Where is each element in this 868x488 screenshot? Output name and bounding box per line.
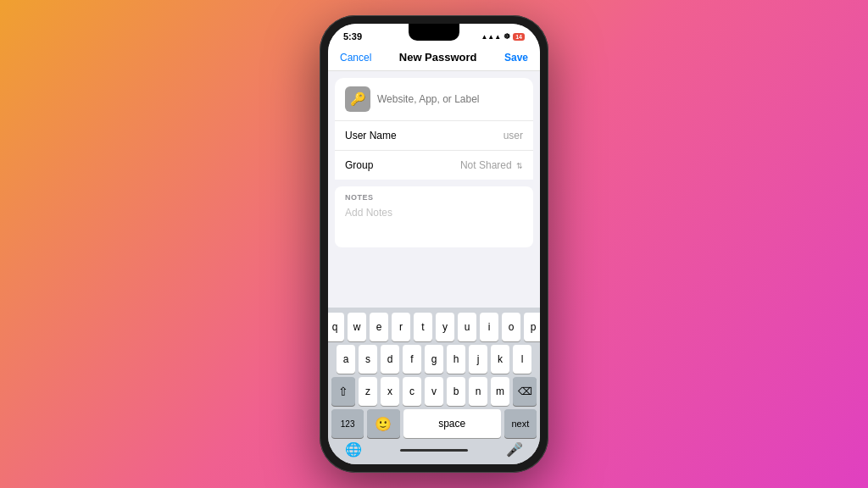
keyboard-row-1: q w e r t y u i o p [331, 313, 537, 341]
wifi-icon: ☸ [504, 32, 510, 41]
keyboard-footer: 🌐 🎤 [331, 438, 537, 461]
phone-frame: 5:39 ▲▲▲ ☸ 14 Cancel New Password Save [320, 15, 548, 473]
key-a[interactable]: a [337, 345, 355, 374]
signal-icon: ▲▲▲ [481, 33, 501, 41]
key-e[interactable]: e [370, 313, 388, 341]
key-icon-wrapper: 🔑 [345, 86, 370, 112]
key-s[interactable]: s [359, 345, 377, 374]
group-value: Not Shared ⇅ [460, 159, 523, 171]
save-button[interactable]: Save [504, 52, 528, 64]
notes-input[interactable]: Add Notes [345, 207, 523, 241]
battery-badge: 14 [513, 33, 525, 41]
cancel-button[interactable]: Cancel [340, 52, 371, 64]
key-f[interactable]: f [403, 345, 421, 374]
key-b[interactable]: b [447, 377, 465, 406]
keyboard-bottom-row: 123 🙂 space next [331, 409, 537, 438]
shift-key[interactable]: ⇧ [331, 377, 355, 406]
mic-icon[interactable]: 🎤 [506, 441, 523, 458]
username-row: User Name user [335, 121, 533, 151]
notes-header: NOTES [345, 193, 523, 202]
form-section: User Name user Group Not Shared ⇅ [335, 121, 533, 180]
key-u[interactable]: u [458, 313, 476, 341]
key-y[interactable]: y [436, 313, 454, 341]
home-indicator [400, 446, 468, 453]
key-l[interactable]: l [513, 345, 531, 374]
key-o[interactable]: o [502, 313, 520, 341]
keyboard-row-2: a s d f g h j k l [331, 345, 537, 374]
key-t[interactable]: t [414, 313, 432, 341]
num-key[interactable]: 123 [331, 409, 364, 438]
key-icon: 🔑 [350, 92, 366, 107]
status-time: 5:39 [343, 31, 362, 42]
key-h[interactable]: h [447, 345, 465, 374]
key-k[interactable]: k [491, 345, 509, 374]
key-x[interactable]: x [381, 377, 399, 406]
key-p[interactable]: p [524, 313, 540, 341]
status-icons: ▲▲▲ ☸ 14 [481, 32, 525, 41]
phone-screen: 5:39 ▲▲▲ ☸ 14 Cancel New Password Save [328, 24, 540, 464]
notes-section: NOTES Add Notes [335, 186, 533, 247]
keyboard: q w e r t y u i o p a s d f g [328, 308, 540, 464]
username-label: User Name [345, 130, 397, 141]
home-bar [400, 449, 468, 452]
key-i[interactable]: i [480, 313, 498, 341]
key-r[interactable]: r [392, 313, 410, 341]
form-content: 🔑 User Name user Group Not Shared ⇅ [328, 71, 540, 308]
key-q[interactable]: q [328, 313, 344, 341]
next-key[interactable]: next [504, 409, 537, 438]
key-j[interactable]: j [469, 345, 487, 374]
key-n[interactable]: n [469, 377, 487, 406]
group-label: Group [345, 159, 373, 171]
key-z[interactable]: z [359, 377, 377, 406]
key-v[interactable]: v [425, 377, 443, 406]
chevron-up-down-icon: ⇅ [516, 162, 523, 170]
key-c[interactable]: c [403, 377, 421, 406]
delete-key[interactable]: ⌫ [513, 377, 537, 406]
key-d[interactable]: d [381, 345, 399, 374]
key-g[interactable]: g [425, 345, 443, 374]
website-row: 🔑 [335, 78, 533, 121]
group-row: Group Not Shared ⇅ [335, 151, 533, 180]
globe-icon[interactable]: 🌐 [345, 441, 362, 458]
website-input[interactable] [377, 93, 523, 105]
nav-bar: Cancel New Password Save [328, 46, 540, 71]
status-bar: 5:39 ▲▲▲ ☸ 14 [328, 24, 540, 46]
key-w[interactable]: w [348, 313, 366, 341]
key-m[interactable]: m [491, 377, 509, 406]
nav-title: New Password [399, 51, 477, 64]
space-key[interactable]: space [403, 409, 501, 438]
username-value: user [504, 130, 523, 141]
phone-wrapper: 5:39 ▲▲▲ ☸ 14 Cancel New Password Save [320, 15, 548, 473]
keyboard-row-3: ⇧ z x c v b n m ⌫ [331, 377, 537, 406]
emoji-key[interactable]: 🙂 [367, 409, 399, 438]
